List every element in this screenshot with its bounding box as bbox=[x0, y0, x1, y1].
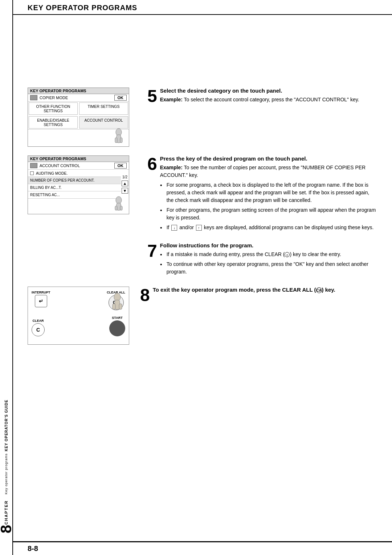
panel-item-copies: NUMBER OF COPIES PER ACCOUNT. bbox=[30, 178, 94, 182]
step-8-right: 8 To exit the key operator program mode,… bbox=[140, 287, 377, 304]
clear-all-section: CLEAR ALL CA bbox=[107, 291, 125, 310]
panel-step6-header: KEY OPERATOR PROGRAMS bbox=[28, 156, 129, 162]
step-7-title: Follow instructions for the program. bbox=[160, 242, 377, 248]
up-arrow-icon: ↑ bbox=[196, 225, 202, 231]
step-8-row: INTERRUPT ↵ CLEAR ALL CA bbox=[28, 287, 377, 345]
step-7-content: Follow instructions for the program. If … bbox=[160, 242, 377, 278]
sidebar-guide-label: KEY OPERATOR'S GUIDE bbox=[4, 400, 8, 451]
panel-step6: KEY OPERATOR PROGRAMS ACCOUNT CONTROL OK… bbox=[28, 155, 129, 214]
copier-icon bbox=[30, 95, 37, 100]
step-5-example: Example: To select the account control c… bbox=[160, 96, 377, 104]
panel-step6-list: AUDITING MODE. NUMBER OF COPIES PER ACCO… bbox=[28, 170, 121, 199]
panel-step6-ok-btn[interactable]: OK bbox=[114, 163, 127, 169]
step-5-title: Select the desired category on the touch… bbox=[160, 88, 377, 94]
clear-icon-inline: c bbox=[285, 252, 290, 257]
panel-step5-ok-btn[interactable]: OK bbox=[114, 95, 127, 101]
svg-rect-2 bbox=[115, 138, 117, 143]
step-7-right: 7 Follow instructions for the program. I… bbox=[147, 242, 377, 278]
keyboard-panel: INTERRUPT ↵ CLEAR ALL CA bbox=[28, 287, 129, 345]
svg-point-4 bbox=[116, 197, 122, 204]
step-7-bullets: If a mistake is made during entry, press… bbox=[160, 251, 377, 276]
step-6-panel: KEY OPERATOR PROGRAMS ACCOUNT CONTROL OK… bbox=[28, 155, 136, 214]
start-section: START bbox=[109, 316, 125, 336]
finger2-icon bbox=[111, 196, 126, 212]
step-8-content: To exit the key operator program mode, p… bbox=[153, 287, 377, 295]
step-6-example-label: Example: bbox=[160, 165, 183, 170]
step-8-header-inline: 8 To exit the key operator program mode,… bbox=[140, 287, 377, 304]
step-6-number: 6 bbox=[147, 155, 157, 173]
step-6-bullet-1: For some programs, a check box is displa… bbox=[160, 181, 377, 204]
step-6-bullet-2: For other programs, the program setting … bbox=[160, 206, 377, 222]
step-6-content: Press the key of the desired program on … bbox=[160, 155, 377, 234]
page-number: 8-8 bbox=[28, 544, 38, 553]
panel-arrow-up-btn[interactable]: ▲ bbox=[122, 181, 128, 186]
svg-rect-10 bbox=[113, 304, 115, 309]
step-5-row: KEY OPERATOR PROGRAMS COPIER MODE OK OTH… bbox=[28, 88, 377, 147]
panel-item-auditing: AUDITING MODE. bbox=[36, 171, 68, 175]
clear-section: CLEAR C bbox=[32, 319, 45, 336]
clear-label: CLEAR bbox=[33, 319, 44, 323]
panel-step6-auditing: AUDITING MODE. bbox=[28, 170, 121, 177]
step-7-bullet-1: If a mistake is made during entry, press… bbox=[160, 251, 377, 258]
svg-rect-7 bbox=[120, 206, 122, 210]
panel-step6-row1: ACCOUNT CONTROL OK bbox=[28, 162, 129, 170]
interrupt-btn[interactable]: ↵ bbox=[35, 295, 47, 307]
step-6-title: Press the key of the desired program on … bbox=[160, 155, 377, 162]
content-area: KEY OPERATOR PROGRAMS COPIER MODE OK OTH… bbox=[13, 15, 392, 541]
panel-step6-account: ACCOUNT CONTROL bbox=[40, 163, 114, 168]
panel-item-resetting: RESETTING AC... bbox=[30, 193, 60, 197]
step-7-header-inline: 7 Follow instructions for the program. I… bbox=[147, 242, 377, 278]
panel-step6-page-num: 1/2 bbox=[122, 174, 128, 180]
panel-step5-row1: COPIER MODE OK bbox=[28, 94, 129, 102]
clear-btn[interactable]: C bbox=[32, 323, 45, 336]
step-8-title: To exit the key operator program mode, p… bbox=[153, 287, 377, 293]
step-8-number: 8 bbox=[140, 287, 150, 304]
step-5-example-label: Example: bbox=[160, 97, 183, 102]
start-btn[interactable] bbox=[109, 320, 125, 336]
panel-step6-side-btns: 1/2 ▲ ▼ bbox=[121, 170, 129, 199]
page-footer: 8-8 bbox=[13, 541, 392, 555]
step-5-content: Select the desired category on the touch… bbox=[160, 88, 377, 106]
step-7-bullet-2: To continue with other key operator prog… bbox=[160, 260, 377, 276]
panel-item-billing: BILLING BY AC...T. bbox=[30, 186, 62, 190]
interrupt-label: INTERRUPT bbox=[32, 291, 50, 294]
step-7-number: 7 bbox=[147, 242, 157, 260]
panel-step5-copier-mode: COPIER MODE bbox=[40, 96, 114, 100]
panel-step6-main: AUDITING MODE. NUMBER OF COPIES PER ACCO… bbox=[28, 170, 129, 199]
panel-arrow-down-btn[interactable]: ▼ bbox=[122, 188, 128, 194]
svg-rect-3 bbox=[120, 138, 122, 143]
page-wrapper: KEY OPERATOR'S GUIDE Key operator progra… bbox=[0, 0, 392, 555]
page-header: KEY OPERATOR PROGRAMS bbox=[13, 0, 392, 15]
ca-icon-inline: CA bbox=[316, 287, 322, 293]
page-title: KEY OPERATOR PROGRAMS bbox=[28, 4, 137, 12]
step-5-right: 5 Select the desired category on the tou… bbox=[147, 88, 377, 106]
account-icon bbox=[30, 163, 37, 168]
start-label: START bbox=[112, 316, 122, 320]
panel-cell-other[interactable]: OTHER FUNCTION SETTINGS bbox=[29, 102, 78, 115]
step-6-bullet-3: If ↓ and/or ↑ keys are displayed, additi… bbox=[160, 224, 377, 231]
panel-step6-resetting[interactable]: RESETTING AC... bbox=[28, 191, 121, 199]
panel-step6-copies[interactable]: NUMBER OF COPIES PER ACCOUNT. bbox=[28, 177, 121, 184]
step-7-row: 7 Follow instructions for the program. I… bbox=[28, 242, 377, 278]
panel-checkbox-auditing[interactable] bbox=[30, 171, 34, 175]
finger-pressing-icon bbox=[109, 291, 126, 313]
step-6-right: 6 Press the key of the desired program o… bbox=[147, 155, 377, 234]
interrupt-section: INTERRUPT ↵ bbox=[32, 291, 50, 307]
sidebar-chapter-label: CHAPTER bbox=[4, 500, 8, 524]
left-sidebar: KEY OPERATOR'S GUIDE Key operator progra… bbox=[0, 0, 13, 555]
panel-step6-billing[interactable]: BILLING BY AC...T. bbox=[28, 184, 121, 191]
panel-step5-grid: OTHER FUNCTION SETTINGS TIMER SETTINGS E… bbox=[28, 102, 129, 130]
step-6-bullets: For some programs, a check box is displa… bbox=[160, 181, 377, 231]
sidebar-chapter-num: 8 bbox=[0, 525, 15, 533]
panel-step5: KEY OPERATOR PROGRAMS COPIER MODE OK OTH… bbox=[28, 88, 129, 147]
top-blank-space bbox=[28, 15, 377, 88]
step-6-example: Example: To see the number of copies per… bbox=[160, 164, 377, 179]
panel-cell-enable[interactable]: ENABLE/DISABLE SETTINGS bbox=[29, 116, 78, 129]
clear-all-btn-wrap: CA bbox=[109, 295, 124, 310]
step-5-number: 5 bbox=[147, 88, 157, 105]
panel-cell-timer[interactable]: TIMER SETTINGS bbox=[79, 102, 128, 115]
step-6-example-text: To see the number of copies per account,… bbox=[160, 165, 366, 178]
step-5-panel: KEY OPERATOR PROGRAMS COPIER MODE OK OTH… bbox=[28, 88, 136, 147]
panel-step5-header: KEY OPERATOR PROGRAMS bbox=[28, 88, 129, 94]
sidebar-sub-label: Key operator programs bbox=[4, 453, 8, 494]
